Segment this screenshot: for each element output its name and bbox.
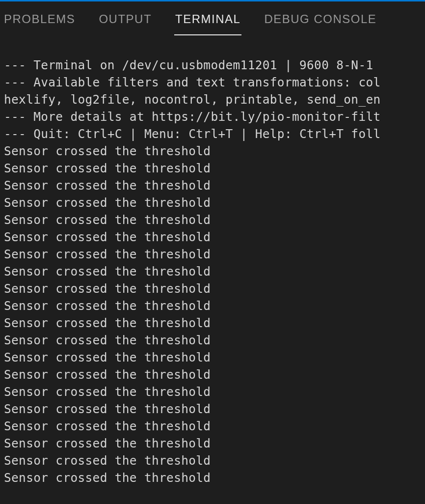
terminal-line: Sensor crossed the threshold <box>4 469 421 486</box>
terminal-line: Sensor crossed the threshold <box>4 332 421 349</box>
terminal-line: Sensor crossed the threshold <box>4 297 421 314</box>
terminal-line: Sensor crossed the threshold <box>4 263 421 280</box>
terminal-line: Sensor crossed the threshold <box>4 228 421 246</box>
terminal-line: Sensor crossed the threshold <box>4 418 421 435</box>
terminal-line: --- Terminal on /dev/cu.usbmodem11201 | … <box>4 56 421 74</box>
terminal-line: Sensor crossed the threshold <box>4 400 421 418</box>
panel-tabs: PROBLEMS OUTPUT TERMINAL DEBUG CONSOLE <box>0 1 425 37</box>
tab-problems[interactable]: PROBLEMS <box>4 3 75 35</box>
terminal-line: --- Quit: Ctrl+C | Menu: Ctrl+T | Help: … <box>4 125 421 142</box>
terminal-line: Sensor crossed the threshold <box>4 435 421 452</box>
terminal-line: Sensor crossed the threshold <box>4 246 421 263</box>
terminal-line: Sensor crossed the threshold <box>4 383 421 400</box>
terminal-output[interactable]: --- Terminal on /dev/cu.usbmodem11201 | … <box>0 37 425 486</box>
terminal-line: Sensor crossed the threshold <box>4 194 421 211</box>
tab-debug-console[interactable]: DEBUG CONSOLE <box>264 3 376 35</box>
terminal-line: hexlify, log2file, nocontrol, printable,… <box>4 91 421 108</box>
terminal-line: Sensor crossed the threshold <box>4 314 421 332</box>
terminal-line: Sensor crossed the threshold <box>4 280 421 297</box>
terminal-line: Sensor crossed the threshold <box>4 160 421 177</box>
terminal-line: Sensor crossed the threshold <box>4 211 421 228</box>
terminal-line: Sensor crossed the threshold <box>4 349 421 366</box>
tab-terminal[interactable]: TERMINAL <box>175 3 240 35</box>
terminal-line: Sensor crossed the threshold <box>4 142 421 160</box>
tab-output[interactable]: OUTPUT <box>99 3 152 35</box>
terminal-line: Sensor crossed the threshold <box>4 366 421 383</box>
terminal-line: --- Available filters and text transform… <box>4 74 421 91</box>
terminal-line: Sensor crossed the threshold <box>4 452 421 469</box>
terminal-line: --- More details at https://bit.ly/pio-m… <box>4 108 421 125</box>
terminal-line: Sensor crossed the threshold <box>4 177 421 194</box>
